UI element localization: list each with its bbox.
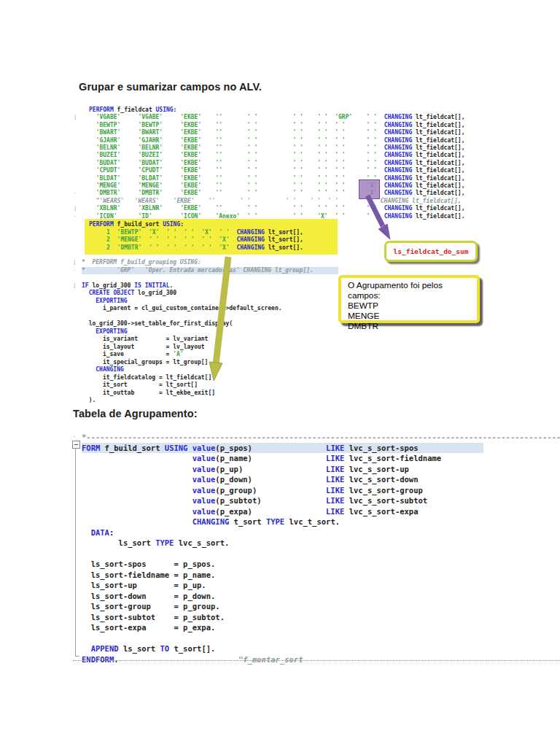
code-line: ]* PERFORM f_build_grouping USING:	[82, 259, 338, 267]
code-line: CHANGING	[82, 366, 338, 374]
abap-code-build-sort-call: PERFORM f_build_sort USING: 1 'BEWTP' 'X…	[89, 221, 303, 252]
code-line: 'BWART' 'BWART' 'EKBE' '' ' ' ' ' ' ' ' …	[89, 129, 464, 136]
abap-code-fieldcat: PERFORM f_fieldcat USING:] 'VGABE' 'VGAB…	[89, 107, 464, 220]
section-heading-grouping-table: Tabela de Agrupamento:	[73, 408, 198, 419]
code-line: ls_sort-down = p_down.	[82, 591, 560, 602]
code-line: i_parent = cl_gui_custom_container=>defa…	[82, 305, 338, 313]
code-line: 'MENGE' 'MENGE' 'EKBE' '' ' ' ' ' ' ' ' …	[89, 182, 464, 190]
code-line: ls_sort TYPE lvc_s_sort.	[82, 538, 560, 549]
code-line: CREATE OBJECT lo_grid_300	[82, 290, 338, 298]
code-line: CHANGING t_sort TYPE lvc_t_sort.	[82, 516, 560, 527]
code-line: ls_sort-up = p_up.	[82, 580, 560, 591]
sum-field-label-box: ls_fieldcat_do_sum	[384, 241, 478, 262]
code-line: ls_sort-expa = p_expa.	[82, 622, 560, 633]
code-line: APPEND ls_sort TO t_sort[].	[82, 643, 560, 654]
code-line: ENDFORM. "f_montar_sort	[82, 654, 560, 665]
code-line: ·* 'GRP' 'Oper. Entrada mercadorias' CHA…	[82, 267, 338, 275]
code-line: "'WEARS' 'WEARS' 'EKBE' '' ' ' ' ' ' ' '…	[89, 198, 464, 205]
code-line: it_sort = lt_sort[]	[82, 382, 338, 390]
page-title: Grupar e sumarizar campos no ALV.	[79, 81, 262, 93]
code-line: 2 'DMBTR' ' ' ' ' ' ' ' ' 'X' CHANGING l…	[89, 244, 303, 252]
code-line: FORM f_build_sort USING value(p_spos) LI…	[82, 443, 560, 454]
code-line: DATA:	[82, 527, 560, 538]
code-line: it_fieldcatalog = lt_fieldcat[]	[82, 374, 338, 382]
document-page: { "page": { "title": "Grupar e sumarizar…	[0, 0, 560, 747]
code-line: ]IF lo_grid_300 IS INITIAL.	[82, 282, 338, 290]
grouping-callout-box: O Agrupamento foi pelos campos: BEWTP ME…	[338, 275, 480, 323]
code-line: 'BLDAT' 'BLDAT' 'EKBE' '' ' ' ' ' ' ' ' …	[89, 175, 464, 182]
code-line: lo_grid_300->set_table_for_first_display…	[82, 320, 338, 328]
abap-code-form-build-sort: ·*--------------------------------------…	[82, 432, 560, 665]
code-line: ls_sort-group = p_group.	[82, 601, 560, 612]
code-line: value(p_expa) LIKE lvc_s_sort-expa	[82, 506, 560, 517]
code-line: ).	[82, 397, 338, 405]
code-line: value(p_down) LIKE lvc_s_sort-down	[82, 474, 560, 485]
code-line: PERFORM f_build_sort USING:	[89, 221, 303, 229]
code-line: value(p_name) LIKE lvc_s_sort-fieldname	[82, 453, 560, 464]
code-line: 'BUDAT' 'BUDAT' 'EKBE' '' ' ' ' ' ' ' ' …	[89, 160, 464, 167]
code-line: ls_sort-spos = p_spos.	[82, 559, 560, 570]
sum-field-label-text: ls_fieldcat_do_sum	[394, 247, 469, 255]
code-line	[82, 274, 338, 282]
code-line: is_layout = lv_layout	[82, 344, 338, 352]
code-line: ls_sort-fieldname = p_name.	[82, 570, 560, 581]
code-line: ] 'VGABE' 'VGABE' 'EKBE' '' ' ' ' ' ' ' …	[89, 114, 464, 121]
code-line: PERFORM f_fieldcat USING:	[89, 107, 464, 114]
callout-field-dmbtr: DMBTR	[348, 321, 470, 331]
callout-field-menge: MENGE	[348, 311, 470, 321]
code-line: is_variant = lv_variant	[82, 336, 338, 344]
code-line: 'BELNR' 'BELNR' 'EKBE' '' ' ' ' ' ' ' ' …	[89, 144, 464, 152]
code-line: 2 'MENGE' ' ' ' ' ' ' ' ' 'X' CHANGING l…	[89, 236, 303, 244]
code-fold-toggle	[72, 441, 80, 449]
code-line: 1 'BEWTP' 'X' ' ' ' ' 'X' ' ' CHANGING l…	[89, 229, 303, 237]
callout-field-bewtp: BEWTP	[348, 301, 470, 311]
code-line	[82, 313, 338, 321]
minus-icon	[74, 444, 78, 445]
code-line: 'GJAHR' 'GJAHR' 'EKBE' '' ' ' ' ' ' ' ' …	[89, 137, 464, 144]
code-line: EXPORTING	[82, 298, 338, 306]
code-line: ·*--------------------------------------…	[82, 432, 560, 443]
code-fold-end-tick	[76, 656, 79, 657]
code-line: it_special_groups = lt_group[]	[82, 359, 338, 367]
code-line: it_outtab = lt_ekbe_exit[]	[82, 390, 338, 398]
code-fold-line	[75, 448, 76, 657]
code-line: value(p_subtot) LIKE lvc_s_sort-subtot	[82, 495, 560, 506]
purple-highlight-box	[359, 179, 380, 199]
code-line: · 'ICON' 'ID' 'ICON' 'Anexo' ' ' ' ' 'X'…	[89, 213, 464, 220]
code-line: · 'DMBTR' 'DMBTR' 'EKBE' '' ' ' ' ' ' ' …	[89, 190, 464, 197]
code-line: 'BUZEI' 'BUZEI' 'EKBE' '' ' ' ' ' ' ' ' …	[89, 152, 464, 159]
abap-code-grouping-and-grid: ]* PERFORM f_build_grouping USING:·* 'GR…	[82, 259, 338, 405]
code-line: value(p_group) LIKE lvc_s_sort-group	[82, 485, 560, 496]
code-line: value(p_up) LIKE lvc_s_sort-up	[82, 464, 560, 475]
page-dotted-separator	[73, 660, 560, 661]
code-line: 'CPUDT' 'CPUDT' 'EKBE' '' ' ' ' ' ' ' ' …	[89, 167, 464, 174]
callout-title: O Agrupamento foi pelos campos:	[348, 280, 470, 301]
code-line: EXPORTING	[82, 328, 338, 336]
code-line: 'BEWTP' 'BEWTP' 'EKBE' '' ' ' ' ' ' ' ' …	[89, 122, 464, 129]
code-line	[82, 633, 560, 644]
code-line	[82, 549, 560, 560]
code-line: ls_sort-subtot = p_subtot.	[82, 612, 560, 623]
code-line: ] 'XBLNR' 'XBLNR' 'EKBE' '' ' ' ' ' ' ' …	[89, 205, 464, 212]
code-line: i_save = 'A'	[82, 351, 338, 359]
